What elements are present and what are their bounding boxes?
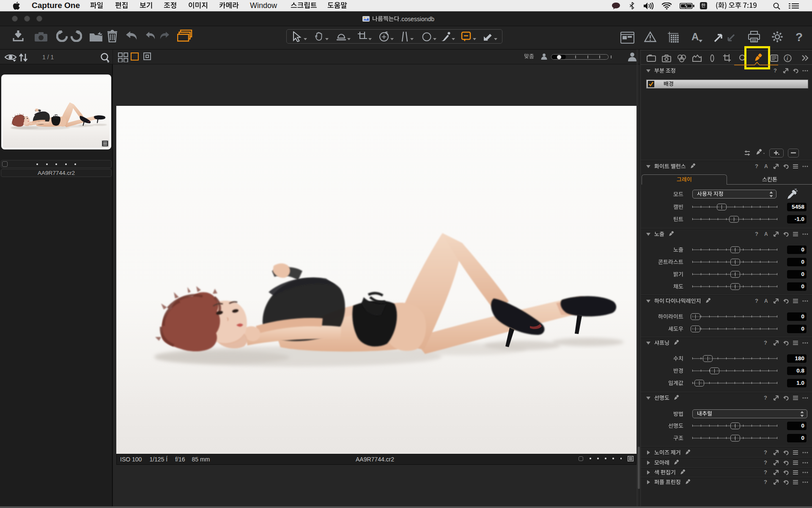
svg-text:?: ? bbox=[796, 31, 803, 43]
svg-text:A: A bbox=[764, 231, 768, 237]
svg-text:i: i bbox=[787, 55, 788, 61]
svg-text:?: ? bbox=[764, 479, 767, 485]
svg-text:?: ? bbox=[764, 469, 767, 475]
svg-text:?: ? bbox=[764, 460, 767, 466]
svg-text:?: ? bbox=[764, 340, 767, 346]
svg-text:?: ? bbox=[774, 68, 777, 74]
svg-text:A: A bbox=[691, 32, 699, 42]
svg-text:?: ? bbox=[755, 231, 758, 237]
svg-text:?: ? bbox=[755, 298, 758, 304]
svg-text:?: ? bbox=[755, 163, 758, 169]
svg-text:A: A bbox=[764, 163, 768, 169]
svg-text:A: A bbox=[764, 298, 768, 304]
svg-text:?: ? bbox=[764, 395, 767, 401]
svg-text:?: ? bbox=[764, 450, 767, 456]
